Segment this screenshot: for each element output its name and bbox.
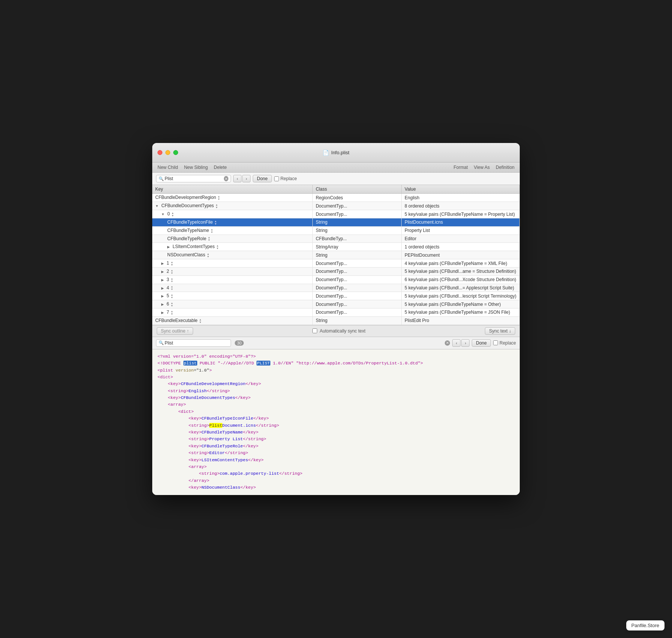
table-cell-value: Property List xyxy=(402,226,520,235)
table-cell-class: String xyxy=(312,251,401,259)
auto-sync-wrap: Automatically sync text xyxy=(312,328,365,334)
table-row[interactable]: ▶ 1▲▼DocumentTyp...4 key/value pairs (CF… xyxy=(152,259,520,268)
xml-nav-buttons: ‹ › xyxy=(452,339,470,347)
table-row[interactable]: ▼ 0▲▼DocumentTyp...5 key/value pairs (CF… xyxy=(152,210,520,218)
search-icon: 🔍 xyxy=(159,176,164,181)
format-button[interactable]: Format xyxy=(453,165,468,170)
top-prev-button[interactable]: ‹ xyxy=(233,175,242,182)
table-cell-key: CFBundleTypeRole▲▼ xyxy=(152,235,312,243)
xml-line: <string>com.apple.property-list</string> xyxy=(158,470,514,477)
top-next-button[interactable]: › xyxy=(242,175,250,182)
table-cell-class: DocumentTyp... xyxy=(312,284,401,292)
maximize-button[interactable] xyxy=(173,150,178,155)
view-as-button[interactable]: View As xyxy=(474,165,490,170)
xml-replace-wrap: Replace xyxy=(493,340,516,346)
table-cell-class: DocumentTyp... xyxy=(312,300,401,308)
auto-sync-checkbox[interactable] xyxy=(312,328,317,333)
table-cell-key: ▼ 0▲▼ xyxy=(152,210,312,218)
table-row[interactable]: ▶ 4▲▼DocumentTyp...5 key/value pairs (CF… xyxy=(152,284,520,292)
table-body: CFBundleDevelopmentRegion▲▼RegionCodesEn… xyxy=(152,194,520,325)
table-row[interactable]: CFBundleTypeRole▲▼CFBundleTyp...Editor xyxy=(152,235,520,243)
xml-search-icon: 🔍 xyxy=(159,340,164,345)
definition-button[interactable]: Definition xyxy=(496,165,514,170)
xml-line: <dict> xyxy=(158,408,514,415)
table-cell-class: RegionCodes xyxy=(312,194,401,202)
toolbar: New Child New Sibling Delete Format View… xyxy=(152,163,520,173)
table-cell-class: StringArray xyxy=(312,243,401,251)
table-row[interactable]: CFBundleExecutable▲▼StringPlistEdit Pro xyxy=(152,316,520,325)
table-cell-value: 8 ordered objects xyxy=(402,202,520,210)
sync-down-button[interactable]: Sync text ↓ xyxy=(485,327,515,335)
xml-done-button[interactable]: Done xyxy=(472,339,491,347)
xml-search-input[interactable] xyxy=(165,340,228,346)
xml-line: <key>CFBundleDevelopmentRegion</key> xyxy=(158,381,514,387)
col-header-class[interactable]: Class xyxy=(312,185,401,194)
xml-line: <string>English</string> xyxy=(158,388,514,394)
table-row[interactable]: ▶ 2▲▼DocumentTyp...5 key/value pairs (CF… xyxy=(152,267,520,275)
new-child-button[interactable]: New Child xyxy=(158,165,178,170)
table-cell-key: NSDocumentClass▲▼ xyxy=(152,251,312,259)
table-cell-class: DocumentTyp... xyxy=(312,210,401,218)
title-label: Info.plist xyxy=(331,150,349,155)
xml-line: <?xml version="1.0" encoding="UTF-8"?> xyxy=(158,353,514,360)
xml-editor[interactable]: <?xml version="1.0" encoding="UTF-8"?> <… xyxy=(152,349,520,495)
xml-search-clear-icon[interactable]: ✕ xyxy=(445,340,450,346)
table-cell-key: CFBundleTypeIconFile▲▼ xyxy=(152,218,312,226)
new-sibling-button[interactable]: New Sibling xyxy=(184,165,208,170)
plist-table: Key Class Value CFBundleDevelopmentRegio… xyxy=(152,185,520,325)
window-title: 📄 Info.plist xyxy=(322,150,349,156)
xml-search-input-wrap: 🔍 xyxy=(156,339,231,347)
table-cell-value: Editor xyxy=(402,235,520,243)
table-cell-key: ▶ 4▲▼ xyxy=(152,284,312,292)
close-button[interactable] xyxy=(158,150,162,155)
table-cell-value: 1 ordered objects xyxy=(402,243,520,251)
xml-replace-label: Replace xyxy=(500,340,516,346)
xml-line: <key>CFBundleTypeIconFile</key> xyxy=(158,415,514,422)
top-search-clear-icon[interactable]: ✕ xyxy=(224,176,228,181)
xml-replace-checkbox[interactable] xyxy=(493,340,498,345)
table-row[interactable]: ▶ 6▲▼DocumentTyp...5 key/value pairs (CF… xyxy=(152,300,520,308)
col-header-value[interactable]: Value xyxy=(402,185,520,194)
delete-button[interactable]: Delete xyxy=(214,165,227,170)
xml-count-badge: 30 xyxy=(235,340,244,346)
xml-next-button[interactable]: › xyxy=(461,339,470,347)
table-cell-value: 5 key/value pairs (CFBundleTypeName = JS… xyxy=(402,308,520,317)
xml-search-bar: 🔍 30 ✕ ‹ › Done Replace xyxy=(152,337,520,349)
top-replace-label: Replace xyxy=(280,176,297,181)
table-row[interactable]: CFBundleDevelopmentRegion▲▼RegionCodesEn… xyxy=(152,194,520,202)
top-search-input[interactable] xyxy=(165,176,224,181)
sync-up-button[interactable]: Sync outline ↑ xyxy=(157,327,193,335)
table-cell-key: CFBundleExecutable▲▼ xyxy=(152,316,312,325)
xml-line: <key>LSItemContentTypes</key> xyxy=(158,457,514,463)
table-row[interactable]: CFBundleTypeIconFile▲▼StringPlistDocumen… xyxy=(152,218,520,226)
xml-prev-button[interactable]: ‹ xyxy=(452,339,460,347)
table-cell-key: ▶ LSItemContentTypes▲▼ xyxy=(152,243,312,251)
xml-line: <string>Editor</string> xyxy=(158,450,514,456)
xml-line: </array> xyxy=(158,477,514,484)
table-row[interactable]: ▶ LSItemContentTypes▲▼StringArray1 order… xyxy=(152,243,520,251)
table-row[interactable]: NSDocumentClass▲▼StringPEPlistDocument xyxy=(152,251,520,259)
xml-line: <dict> xyxy=(158,374,514,381)
table-cell-class: DocumentTyp... xyxy=(312,292,401,300)
table-cell-class: String xyxy=(312,316,401,325)
table-row[interactable]: CFBundleTypeName▲▼StringProperty List xyxy=(152,226,520,235)
xml-line: <key>NSDocumentClass</key> xyxy=(158,484,514,491)
xml-line: <plist version="1.0"> xyxy=(158,367,514,374)
minimize-button[interactable] xyxy=(165,150,170,155)
table-row[interactable]: ▼ CFBundleDocumentTypes▲▼DocumentTyp...8… xyxy=(152,202,520,210)
table-header-row: Key Class Value xyxy=(152,185,520,194)
table-row[interactable]: ▶ 3▲▼DocumentTyp...6 key/value pairs (CF… xyxy=(152,275,520,284)
table-cell-key: CFBundleDevelopmentRegion▲▼ xyxy=(152,194,312,202)
table-row[interactable]: ▶ 5▲▼DocumentTyp...5 key/value pairs (CF… xyxy=(152,292,520,300)
col-header-key[interactable]: Key xyxy=(152,185,312,194)
top-replace-checkbox[interactable] xyxy=(274,176,279,181)
top-done-button[interactable]: Done xyxy=(253,175,272,182)
table-cell-class: DocumentTyp... xyxy=(312,267,401,275)
table-cell-class: String xyxy=(312,218,401,226)
table-row[interactable]: ▶ 7▲▼DocumentTyp...5 key/value pairs (CF… xyxy=(152,308,520,317)
table-cell-class: DocumentTyp... xyxy=(312,202,401,210)
table-cell-value: PlistEdit Pro xyxy=(402,316,520,325)
table-cell-value: 5 key/value pairs (CFBundleTypeName = Ot… xyxy=(402,300,520,308)
xml-line: <!DOCTYPE plist PUBLIC "-//Apple//DTD PL… xyxy=(158,360,514,367)
top-replace-wrap: Replace xyxy=(274,176,297,181)
